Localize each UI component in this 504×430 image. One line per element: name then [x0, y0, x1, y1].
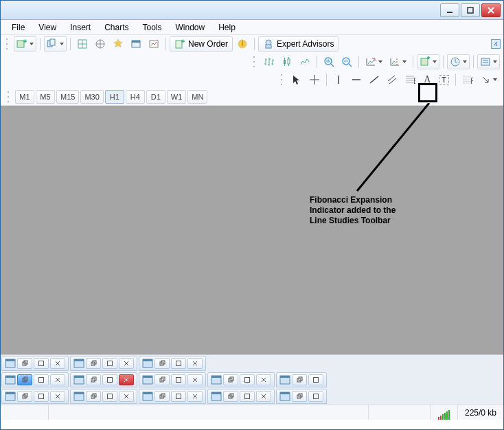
tab-close-button[interactable]	[50, 358, 65, 369]
chart-tab[interactable]	[70, 372, 137, 387]
line-chart-button[interactable]	[297, 54, 313, 69]
chart-tab[interactable]	[276, 389, 327, 404]
bar-chart-button[interactable]	[261, 54, 277, 69]
tab-restore-button[interactable]	[292, 374, 307, 385]
tab-maximize-button[interactable]	[102, 391, 117, 402]
tab-close-button[interactable]	[187, 391, 203, 402]
chart-tab[interactable]	[1, 389, 69, 404]
timeframe-w1[interactable]: W1	[167, 90, 187, 104]
tab-restore-button[interactable]	[223, 374, 238, 385]
minimize-button[interactable]	[440, 3, 459, 17]
timeframe-h1[interactable]: H1	[105, 90, 124, 104]
auto-scroll-button[interactable]	[363, 54, 385, 69]
chart-tab[interactable]	[207, 372, 275, 387]
text-label-button[interactable]: T	[436, 72, 452, 87]
profiles-button[interactable]	[44, 36, 67, 52]
tab-maximize-button[interactable]	[171, 374, 186, 385]
timeframe-m5[interactable]: M5	[36, 90, 55, 104]
toolbar-grip[interactable]	[253, 55, 257, 69]
templates-button[interactable]	[477, 54, 500, 69]
tab-restore-button[interactable]	[17, 358, 32, 369]
tab-close-button[interactable]	[256, 374, 271, 385]
menu-view[interactable]: View	[32, 21, 63, 34]
tab-close-button[interactable]	[119, 374, 134, 385]
chart-tab[interactable]	[1, 372, 69, 387]
fibonacci-expansion-button[interactable]: F	[459, 72, 476, 87]
menu-tools[interactable]: Tools	[136, 21, 169, 34]
tab-restore-button[interactable]	[86, 391, 101, 402]
tab-maximize-button[interactable]	[102, 374, 117, 385]
crosshair-button[interactable]	[306, 72, 323, 87]
zoom-out-button[interactable]	[339, 54, 355, 69]
menu-charts[interactable]: Charts	[98, 21, 135, 34]
timeframe-d1[interactable]: D1	[146, 90, 165, 104]
tab-maximize-button[interactable]	[308, 391, 323, 402]
equidistant-channel-button[interactable]	[384, 72, 400, 87]
vertical-line-button[interactable]	[330, 72, 347, 87]
strategy-tester-button[interactable]	[146, 36, 162, 52]
zoom-in-button[interactable]	[321, 54, 337, 69]
tab-restore-button[interactable]	[17, 391, 32, 402]
periodicity-button[interactable]	[447, 54, 470, 69]
candlestick-button[interactable]	[279, 54, 295, 69]
toolbar-grip[interactable]	[6, 37, 10, 51]
tab-restore-button[interactable]	[17, 374, 32, 385]
tab-maximize-button[interactable]	[102, 358, 117, 369]
chart-tab[interactable]	[139, 372, 206, 387]
tab-maximize-button[interactable]	[34, 358, 49, 369]
toolbar-grip[interactable]	[281, 73, 285, 87]
tab-close-button[interactable]	[50, 374, 65, 385]
tab-maximize-button[interactable]	[171, 358, 186, 369]
arrows-button[interactable]	[477, 72, 500, 87]
menu-window[interactable]: Window	[169, 21, 212, 34]
tab-close-button[interactable]	[50, 391, 65, 402]
tab-restore-button[interactable]	[154, 374, 170, 385]
tab-close-button[interactable]	[119, 358, 134, 369]
chart-tab[interactable]	[276, 372, 327, 387]
chart-tab[interactable]	[207, 389, 275, 404]
timeframe-m30[interactable]: M30	[80, 90, 103, 104]
new-order-button[interactable]: New Order	[170, 36, 233, 52]
chart-tab[interactable]	[139, 356, 206, 371]
chart-tab[interactable]	[1, 356, 69, 371]
terminal-button[interactable]	[128, 36, 144, 52]
chart-shift-button[interactable]	[387, 54, 409, 69]
timeframe-m15[interactable]: M15	[56, 90, 79, 104]
expert-advisors-button[interactable]: Expert Advisors	[258, 36, 339, 52]
tab-restore-button[interactable]	[154, 391, 170, 402]
cursor-button[interactable]	[288, 72, 305, 87]
tab-restore-button[interactable]	[86, 358, 101, 369]
tab-maximize-button[interactable]	[240, 391, 255, 402]
toolbar-grip[interactable]	[8, 90, 12, 104]
timeframe-h4[interactable]: H4	[126, 90, 145, 104]
tab-maximize-button[interactable]	[34, 374, 49, 385]
tab-restore-button[interactable]	[223, 391, 238, 402]
menu-help[interactable]: Help	[211, 21, 242, 34]
chart-tab[interactable]	[70, 356, 137, 371]
maximize-button[interactable]	[461, 3, 480, 17]
timeframe-mn[interactable]: MN	[187, 90, 207, 104]
timeframe-m1[interactable]: M1	[15, 90, 34, 104]
chart-tab[interactable]	[139, 389, 206, 404]
tab-maximize-button[interactable]	[240, 374, 255, 385]
tab-maximize-button[interactable]	[34, 391, 49, 402]
tab-close-button[interactable]	[187, 358, 203, 369]
navigator-button[interactable]	[92, 36, 108, 52]
market-watch-button[interactable]	[74, 36, 91, 52]
horizontal-line-button[interactable]	[348, 72, 365, 87]
tab-maximize-button[interactable]	[171, 391, 186, 402]
tab-maximize-button[interactable]	[308, 374, 323, 385]
indicators-button[interactable]	[417, 54, 439, 69]
trendline-button[interactable]	[366, 72, 382, 87]
menu-insert[interactable]: Insert	[63, 21, 98, 34]
new-chart-button[interactable]	[14, 36, 36, 52]
close-button[interactable]	[481, 3, 501, 17]
tab-close-button[interactable]	[256, 391, 271, 402]
fibonacci-retracement-button[interactable]: E	[402, 72, 418, 87]
tab-restore-button[interactable]	[292, 391, 307, 402]
tab-close-button[interactable]	[187, 374, 203, 385]
data-window-button[interactable]	[110, 36, 126, 52]
chart-tab[interactable]	[70, 389, 137, 404]
tab-restore-button[interactable]	[154, 358, 170, 369]
metaquotes-button[interactable]: i	[234, 36, 251, 52]
